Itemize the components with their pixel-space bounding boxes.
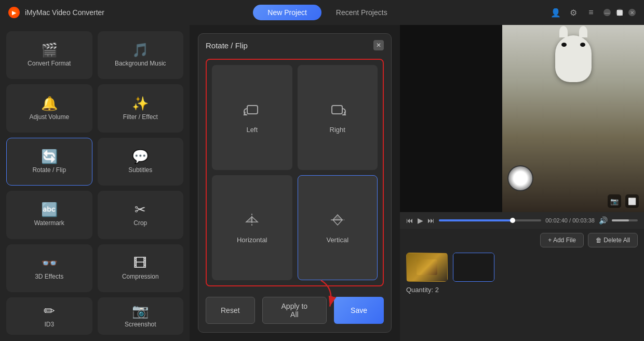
cat-ear-right [579,26,587,37]
dialog-footer: Reset Apply to All Save [198,291,391,332]
title-bar-left: ▶ iMyMac Video Converter [8,7,104,18]
main-layout: 🎬 Convert Format 🎵 Background Music 🔔 Ad… [0,25,644,341]
cat-eye-left [561,43,567,47]
dialog-header: Rotate / Flip ✕ [198,34,391,55]
fullscreen-icon[interactable]: ⬜ [625,194,639,208]
flip-horizontal-label: Horizontal [237,236,267,244]
right-panel: 📷 ⬜ ⏮ ▶ ⏭ 00:02:40 / 00:03:38 🔊 + A [400,25,644,341]
time-display: 00:02:40 / 00:03:38 [545,217,595,224]
background-music-label: Background Music [115,60,166,67]
thumbnail-2[interactable] [453,253,494,282]
video-controls: ⏮ ▶ ⏭ 00:02:40 / 00:03:38 🔊 [400,212,644,229]
title-bar-right: 👤 ⚙ ≡ — ⬜ ✕ [551,7,636,18]
rotate-option-left[interactable]: Left [212,65,292,170]
adjust-volume-label: Adjust Volume [29,113,69,121]
screenshot-icon: 📷 [132,304,149,318]
rotate-option-vertical[interactable]: Vertical [298,175,378,280]
rotate-option-horizontal[interactable]: Horizontal [212,175,292,280]
menu-icon[interactable]: ≡ [586,7,596,18]
rotate-options-grid: Left Right [206,59,384,286]
rotate-left-label: Left [246,126,258,134]
video-background [400,25,644,212]
progress-fill [439,219,513,221]
video-scene [502,25,644,212]
skip-back-button[interactable]: ⏮ [406,216,413,225]
svg-rect-0 [247,106,258,114]
crop-label: Crop [133,219,147,227]
tab-recent-projects[interactable]: Recent Projects [321,5,402,20]
sidebar-item-adjust-volume[interactable]: 🔔 Adjust Volume [6,84,92,132]
rotate-flip-icon: 🔄 [41,150,58,163]
sidebar: 🎬 Convert Format 🎵 Background Music 🔔 Ad… [0,25,190,341]
sidebar-item-screenshot[interactable]: 📷 Screenshot [98,297,184,335]
title-bar-center: New Project Recent Projects [253,5,401,20]
sidebar-item-subtitles[interactable]: 💬 Subtitles [98,138,184,186]
compression-icon: 🎞 [133,256,147,270]
dialog-close-button[interactable]: ✕ [373,40,384,50]
svg-rect-1 [332,106,342,114]
user-icon[interactable]: 👤 [551,7,561,18]
file-manager: + Add File 🗑 Delete All Quantity: 2 [400,229,644,341]
rotate-flip-label: Rotate / Flip [32,166,66,174]
add-file-button[interactable]: + Add File [540,233,584,247]
convert-format-icon: 🎬 [41,43,58,57]
play-button[interactable]: ▶ [418,216,423,225]
time-total: 00:03:38 [572,217,595,224]
progress-thumb[interactable] [510,218,515,223]
title-bar: ▶ iMyMac Video Converter New Project Rec… [0,0,644,25]
cat-ear-left [559,26,568,37]
rotate-right-label: Right [330,126,345,134]
3d-effects-icon: 👓 [41,256,58,270]
time-current: 00:02:40 [545,217,568,224]
rotate-flip-dialog: Rotate / Flip ✕ Left [198,33,392,333]
video-overlay-icons: 📷 ⬜ [608,194,639,208]
quantity-label: Quantity: 2 [406,286,638,294]
rotate-option-right[interactable]: Right [298,65,378,170]
watermark-icon: 🔤 [41,203,58,216]
sidebar-item-3d-effects[interactable]: 👓 3D Effects [6,244,92,292]
id3-label: ID3 [44,321,54,328]
sidebar-item-background-music[interactable]: 🎵 Background Music [98,31,184,79]
3d-effects-label: 3D Effects [35,273,63,280]
progress-bar[interactable] [439,219,541,221]
app-logo: ▶ [8,7,20,18]
skip-forward-button[interactable]: ⏭ [427,216,435,225]
camera-icon[interactable]: 📷 [608,194,621,208]
flip-vertical-label: Vertical [326,236,348,244]
sidebar-item-rotate-flip[interactable]: 🔄 Rotate / Flip [6,138,92,186]
rotate-right-icon [328,101,347,122]
compression-label: Compression [122,273,159,280]
adjust-volume-icon: 🔔 [41,97,58,110]
file-thumbnails [406,253,638,282]
video-black-region [400,25,510,212]
file-manager-toolbar: + Add File 🗑 Delete All [406,233,638,247]
soccer-ball [507,165,533,191]
maximize-button[interactable]: ⬜ [616,9,623,16]
volume-icon: 🔊 [599,216,608,225]
sidebar-item-filter-effect[interactable]: ✨ Filter / Effect [98,84,184,132]
reset-button[interactable]: Reset [206,297,255,324]
settings-icon[interactable]: ⚙ [568,7,579,18]
rotate-left-icon [242,101,262,122]
filter-effect-label: Filter / Effect [123,113,158,121]
volume-bar[interactable] [612,219,638,221]
sidebar-item-crop[interactable]: ✂ Crop [98,191,184,239]
delete-all-button[interactable]: 🗑 Delete All [588,233,638,247]
minimize-button[interactable]: — [603,9,611,16]
tab-new-project[interactable]: New Project [253,5,321,20]
sidebar-item-id3[interactable]: ✏ ID3 [6,297,92,335]
time-separator: / [568,217,572,224]
sidebar-item-watermark[interactable]: 🔤 Watermark [6,191,92,239]
sidebar-item-convert-format[interactable]: 🎬 Convert Format [6,31,92,79]
sidebar-item-compression[interactable]: 🎞 Compression [98,244,184,292]
dialog-title: Rotate / Flip [206,41,248,50]
thumb2-inner [453,253,494,281]
subtitles-icon: 💬 [132,150,149,163]
close-button[interactable]: ✕ [628,9,636,16]
id3-icon: ✏ [44,304,55,318]
save-button[interactable]: Save [334,297,384,324]
app-title: iMyMac Video Converter [25,8,104,17]
thumbnail-1[interactable] [406,253,448,282]
volume-fill [612,219,629,221]
watermark-label: Watermark [34,219,64,227]
